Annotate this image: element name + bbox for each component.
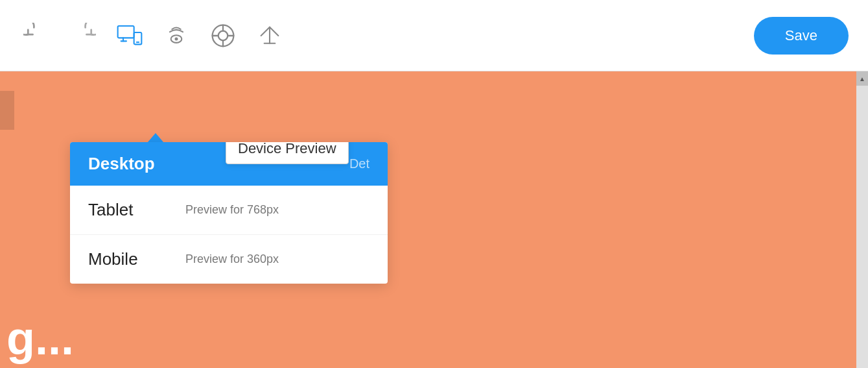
dropdown-header[interactable]: Desktop Det Device Preview	[70, 142, 388, 186]
mobile-option-description: Preview for 360px	[185, 252, 279, 266]
canvas-logo: g...	[6, 315, 74, 362]
redo-button[interactable]	[66, 19, 100, 53]
svg-rect-0	[118, 26, 134, 38]
device-preview-dropdown: Desktop Det Device Preview Tablet Previe…	[70, 133, 388, 284]
tablet-option-description: Preview for 768px	[185, 203, 279, 217]
dropdown-menu: Desktop Det Device Preview Tablet Previe…	[70, 142, 388, 284]
undo-button[interactable]	[19, 19, 53, 53]
desktop-option-det: Det	[349, 156, 369, 171]
device-preview-button[interactable]	[113, 19, 147, 53]
device-preview-tooltip: Device Preview	[226, 142, 349, 164]
svg-point-6	[175, 37, 178, 40]
scrollbar-up-button[interactable]: ▲	[856, 71, 868, 86]
mobile-option-label: Mobile	[88, 249, 172, 269]
svg-point-8	[218, 31, 228, 40]
live-preview-button[interactable]	[159, 19, 193, 53]
publish-button[interactable]	[253, 19, 287, 53]
canvas-stripe	[0, 91, 14, 130]
toolbar: Save	[0, 0, 868, 71]
help-button[interactable]	[206, 19, 240, 53]
mobile-option[interactable]: Mobile Preview for 360px	[70, 235, 388, 284]
dropdown-arrow	[148, 133, 163, 142]
canvas-area: g... ▲ Desktop Det Device Preview Tablet…	[0, 71, 868, 368]
tablet-option-label: Tablet	[88, 200, 172, 220]
tablet-option[interactable]: Tablet Preview for 768px	[70, 186, 388, 235]
scrollbar-track: ▲	[856, 71, 868, 368]
save-button[interactable]: Save	[754, 17, 849, 55]
